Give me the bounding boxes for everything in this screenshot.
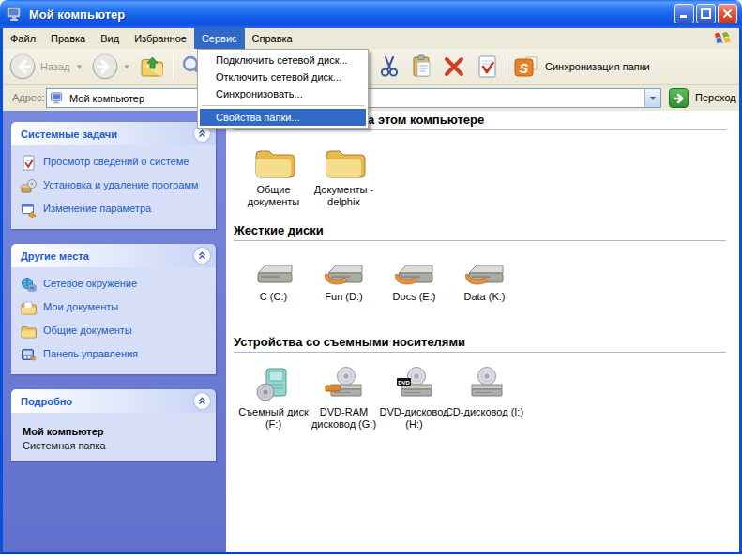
task-pane: Системные задачи Просмотр сведений о сис… <box>3 111 226 552</box>
menu-tools[interactable]: Сервис <box>194 28 245 49</box>
menu-separator <box>202 105 364 106</box>
removable-row: Съемный диск (F:) DVD-RAM дисковод (G:) <box>238 362 739 431</box>
item-label: Съемный диск (F:) <box>233 406 314 431</box>
back-dropdown-icon[interactable]: ▼ <box>76 63 83 71</box>
windows-logo-icon <box>713 29 732 48</box>
close-button[interactable] <box>718 4 737 23</box>
maximize-icon <box>701 8 711 19</box>
menu-favorites[interactable]: Избранное <box>127 28 194 49</box>
folder-item-documents-delphix[interactable]: Документы - delphix <box>309 140 379 208</box>
hard-drive-shared-icon <box>323 258 366 288</box>
sync-icon[interactable]: S <box>514 55 538 79</box>
menu-item-synchronize[interactable]: Синхронизовать... <box>200 85 366 102</box>
item-label: DVD-дисковод (H:) <box>373 406 455 431</box>
sidebar-item-add-remove-programs[interactable]: Установка и удаление программ <box>21 178 208 194</box>
item-label: DVD-RAM дисковод (G:) <box>303 406 385 431</box>
drive-item-k[interactable]: Data (K:) <box>449 252 520 303</box>
cd-drive-icon <box>463 366 507 403</box>
device-item-h[interactable]: DVD DVD-дисковод (H:) <box>379 362 449 431</box>
cut-icon[interactable] <box>378 54 401 79</box>
hard-drive-shared-icon <box>463 258 507 288</box>
item-label: C (C:) <box>233 291 314 303</box>
folder-item-shared-documents[interactable]: Общие документы <box>238 140 309 208</box>
item-label: Docs (E:) <box>373 291 455 303</box>
folder-view: Файлы, хранящиеся на этом компьютере Общ… <box>226 111 739 552</box>
system-info-icon <box>21 155 37 171</box>
menu-item-folder-options[interactable]: Свойства папки... <box>200 109 366 126</box>
menu-help[interactable]: Справка <box>245 28 300 49</box>
panel-other-places: Другие места Сетевое окружение <box>11 244 216 374</box>
drive-item-e[interactable]: Docs (E:) <box>379 252 449 303</box>
sidebar-item-shared-documents[interactable]: Общие документы <box>21 324 208 340</box>
address-label: Адрес: <box>12 92 45 103</box>
device-item-g[interactable]: DVD-RAM дисковод (G:) <box>309 362 379 431</box>
forward-dropdown-icon[interactable]: ▼ <box>123 63 130 71</box>
sidebar-item-change-setting[interactable]: Изменение параметра <box>21 202 208 218</box>
back-label[interactable]: Назад <box>40 61 70 72</box>
panel-header[interactable]: Другие места <box>11 244 216 267</box>
minimize-button[interactable] <box>674 4 694 23</box>
sidebar-item-system-info[interactable]: Просмотр сведений о системе <box>21 155 208 171</box>
drive-item-c[interactable]: C (C:) <box>238 252 309 303</box>
panel-header[interactable]: Системные задачи <box>11 122 216 145</box>
collapse-button[interactable] <box>194 393 210 409</box>
drive-item-d[interactable]: Fun (D:) <box>309 252 379 303</box>
sidebar-item-label: Просмотр сведений о системе <box>43 155 189 168</box>
chevron-double-up-icon <box>198 129 206 138</box>
collapse-button[interactable] <box>194 248 210 264</box>
go-button[interactable] <box>669 88 689 108</box>
maximize-button[interactable] <box>696 4 716 23</box>
sidebar-item-network[interactable]: Сетевое окружение <box>21 277 208 293</box>
details-name: Мой компьютер <box>23 426 208 437</box>
chevron-double-up-icon <box>198 251 206 260</box>
minimize-icon <box>679 8 689 19</box>
hard-drive-shared-icon <box>393 258 436 288</box>
my-computer-icon <box>50 91 65 105</box>
menu-view[interactable]: Вид <box>93 28 127 49</box>
sidebar-item-my-documents[interactable]: Мои документы <box>21 300 208 316</box>
sync-label[interactable]: Синхронизация папки <box>545 61 650 72</box>
sidebar-item-control-panel[interactable]: Панель управления <box>21 347 208 363</box>
section-rule <box>234 129 726 130</box>
delete-icon[interactable] <box>442 54 466 79</box>
forward-icon[interactable] <box>92 53 118 80</box>
panel-system-tasks: Системные задачи Просмотр сведений о сис… <box>11 122 216 229</box>
svg-text:DVD: DVD <box>398 380 410 386</box>
network-icon <box>21 277 37 293</box>
sidebar-item-label: Панель управления <box>43 347 138 360</box>
chevron-down-icon <box>649 96 657 101</box>
paste-icon[interactable] <box>411 54 433 79</box>
item-label: CD-дисковод (I:) <box>444 406 525 418</box>
my-computer-icon <box>7 6 23 23</box>
address-dropdown-button[interactable] <box>644 89 660 107</box>
menu-item-map-network-drive[interactable]: Подключить сетевой диск... <box>200 52 366 68</box>
device-item-f[interactable]: Съемный диск (F:) <box>238 362 309 431</box>
change-setting-icon <box>21 202 37 218</box>
menu-edit[interactable]: Правка <box>43 28 93 49</box>
item-label: Документы - delphix <box>303 184 385 208</box>
device-item-i[interactable]: CD-дисковод (I:) <box>449 362 520 431</box>
address-bar: Адрес: Мой компьютер Переход <box>3 85 739 111</box>
go-arrow-icon <box>673 93 685 104</box>
toolbar: Назад ▼ ▼ <box>3 49 739 85</box>
folder-icon <box>252 145 295 181</box>
svg-text:S: S <box>520 60 529 75</box>
removable-disk-icon <box>253 366 295 403</box>
back-icon[interactable] <box>9 53 36 80</box>
menu-file[interactable]: Файл <box>3 28 43 49</box>
item-label: Fun (D:) <box>303 291 385 303</box>
dvd-ram-drive-icon <box>323 366 366 403</box>
panel-title: Подробно <box>21 396 72 407</box>
window-title: Мой компьютер <box>29 8 125 22</box>
panel-header[interactable]: Подробно <box>11 389 216 413</box>
sidebar-item-label: Сетевое окружение <box>43 277 137 290</box>
panel-title: Другие места <box>21 250 89 262</box>
up-icon[interactable] <box>140 54 165 79</box>
details-description: Системная папка <box>23 440 208 451</box>
chevron-double-up-icon <box>198 397 206 405</box>
drives-row: C (C:) Fun (D:) <box>238 252 739 303</box>
close-icon <box>722 8 733 19</box>
go-label[interactable]: Переход <box>695 92 736 103</box>
check-doc-icon[interactable] <box>476 54 498 79</box>
menu-item-disconnect-network-drive[interactable]: Отключить сетевой диск... <box>200 68 366 85</box>
